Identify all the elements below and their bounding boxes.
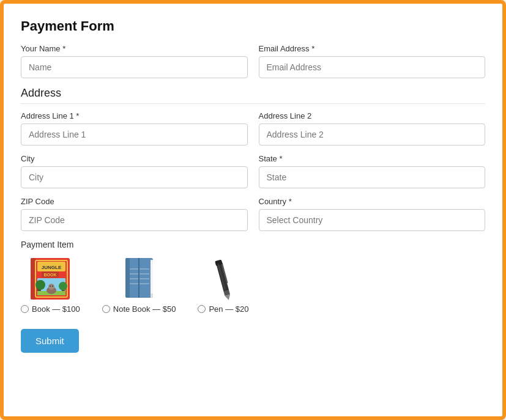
zip-country-row: ZIP Code Country * bbox=[21, 197, 485, 231]
email-label: Email Address * bbox=[259, 44, 486, 53]
book-image: JUNGLE BOOK bbox=[28, 257, 72, 301]
book-radio-label[interactable]: Book — $100 bbox=[21, 304, 80, 314]
payment-section-title: Payment Item bbox=[21, 240, 485, 249]
pen-image bbox=[201, 257, 245, 301]
book-radio[interactable] bbox=[21, 305, 29, 313]
state-col: State * bbox=[259, 154, 486, 188]
payment-items-row: JUNGLE BOOK bbox=[21, 257, 485, 317]
svg-rect-19 bbox=[151, 260, 153, 296]
notebook-radio-label[interactable]: Note Book — $50 bbox=[102, 304, 176, 314]
country-col: Country * bbox=[259, 197, 486, 231]
pen-radio[interactable] bbox=[198, 305, 206, 313]
pen-label: Pen — $20 bbox=[209, 304, 248, 314]
city-state-row: City State * bbox=[21, 154, 485, 188]
address-line2-input[interactable] bbox=[259, 123, 486, 146]
svg-point-16 bbox=[52, 286, 53, 287]
country-input[interactable] bbox=[259, 209, 486, 231]
notebook-radio[interactable] bbox=[102, 305, 110, 313]
email-col: Email Address * bbox=[259, 44, 486, 78]
zip-input[interactable] bbox=[21, 209, 248, 231]
form-title: Payment Form bbox=[21, 18, 485, 34]
book-item: JUNGLE BOOK bbox=[21, 257, 80, 317]
address-line1-input[interactable] bbox=[21, 123, 248, 146]
pen-item: Pen — $20 bbox=[198, 257, 248, 317]
submit-button[interactable]: Submit bbox=[21, 329, 79, 353]
city-col: City bbox=[21, 154, 248, 188]
city-input[interactable] bbox=[21, 166, 248, 188]
zip-label: ZIP Code bbox=[21, 197, 248, 206]
svg-point-14 bbox=[48, 284, 54, 290]
svg-rect-18 bbox=[125, 258, 130, 298]
state-label: State * bbox=[259, 154, 486, 163]
svg-text:JUNGLE: JUNGLE bbox=[42, 265, 62, 270]
payment-form-container: Payment Form Your Name * Email Address *… bbox=[0, 0, 506, 420]
your-name-input[interactable] bbox=[21, 56, 248, 78]
country-label: Country * bbox=[259, 197, 486, 206]
address-line1-col: Address Line 1 * bbox=[21, 111, 248, 146]
notebook-label: Note Book — $50 bbox=[113, 304, 176, 314]
zip-col: ZIP Code bbox=[21, 197, 248, 231]
svg-text:BOOK: BOOK bbox=[44, 273, 57, 277]
name-email-row: Your Name * Email Address * bbox=[21, 44, 485, 78]
email-input[interactable] bbox=[259, 56, 486, 78]
svg-rect-1 bbox=[31, 258, 35, 300]
your-name-label: Your Name * bbox=[21, 44, 248, 53]
book-icon: JUNGLE BOOK bbox=[29, 257, 71, 301]
notebook-icon bbox=[122, 257, 156, 301]
pen-icon bbox=[209, 257, 237, 301]
state-input[interactable] bbox=[259, 166, 486, 188]
book-label: Book — $100 bbox=[32, 304, 80, 314]
your-name-col: Your Name * bbox=[21, 44, 248, 78]
svg-point-11 bbox=[59, 282, 67, 290]
address-section-title: Address bbox=[21, 87, 485, 104]
svg-point-9 bbox=[35, 280, 45, 290]
address-line1-label: Address Line 1 * bbox=[21, 111, 248, 120]
address-lines-row: Address Line 1 * Address Line 2 bbox=[21, 111, 485, 146]
notebook-item: Note Book — $50 bbox=[102, 257, 176, 317]
notebook-image bbox=[117, 257, 161, 301]
address-line2-label: Address Line 2 bbox=[259, 111, 486, 120]
svg-point-15 bbox=[50, 286, 51, 287]
pen-radio-label[interactable]: Pen — $20 bbox=[198, 304, 248, 314]
city-label: City bbox=[21, 154, 248, 163]
address-line2-col: Address Line 2 bbox=[259, 111, 486, 146]
svg-marker-25 bbox=[151, 293, 153, 298]
